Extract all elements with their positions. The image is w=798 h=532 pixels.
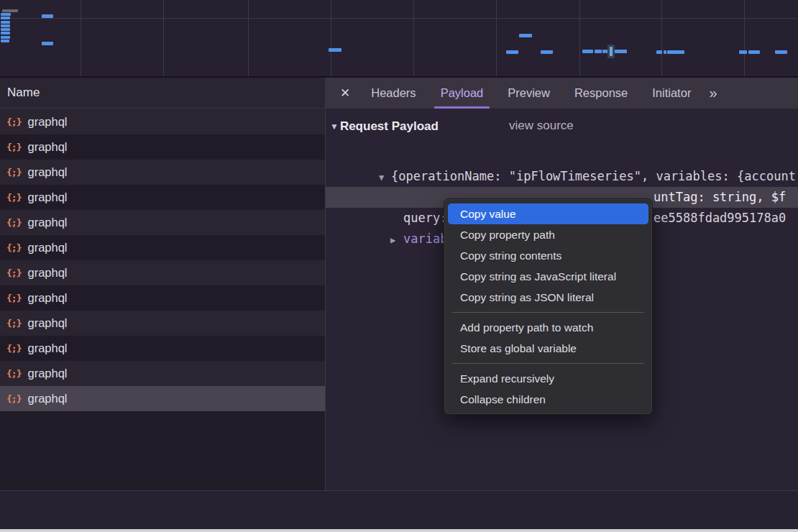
waterfall-bar (1, 32, 10, 35)
request-name: graphql (27, 341, 67, 355)
waterfall-bar (595, 50, 602, 53)
detail-tabbar: ✕ HeadersPayloadPreviewResponseInitiator… (326, 78, 798, 109)
request-row[interactable]: {;}graphql (0, 386, 325, 411)
request-name: graphql (27, 140, 67, 154)
selected-request-marker-line (610, 47, 613, 56)
request-row[interactable]: {;}graphql (0, 361, 325, 386)
menu-item-copy-property-path[interactable]: Copy property path (448, 224, 648, 245)
json-braces-icon: {;} (6, 318, 21, 329)
json-braces-icon: {;} (6, 343, 21, 354)
payload-preview-row[interactable]: ▼{operationName: "ipFlowTimeseries", var… (326, 145, 798, 166)
menu-item-collapse-children[interactable]: Collapse children (448, 389, 648, 410)
json-braces-icon: {;} (6, 142, 21, 152)
request-row[interactable]: {;}graphql (0, 134, 325, 160)
property-value-right: untTag: string, $f (653, 187, 786, 208)
grid-line (496, 0, 497, 76)
request-row[interactable]: {;}graphql (0, 260, 325, 285)
waterfall-bar (1, 21, 10, 24)
request-row[interactable]: {;}graphql (0, 336, 325, 361)
grid-line (413, 0, 414, 76)
waterfall-bar (615, 50, 627, 53)
request-name: graphql (27, 291, 67, 305)
column-header-name[interactable]: Name (0, 78, 325, 109)
operation-name-row[interactable]: operationName: "ipFlowTimeseries" (326, 166, 798, 187)
waterfall-bar (519, 34, 532, 37)
tab-preview[interactable]: Preview (495, 78, 562, 109)
waterfall-bar (1, 28, 10, 31)
close-icon[interactable]: ✕ (340, 86, 350, 101)
request-row[interactable]: {;}graphql (0, 285, 325, 311)
request-name: graphql (27, 367, 67, 380)
waterfall-bar (1, 17, 10, 19)
json-braces-icon: {;} (6, 192, 21, 203)
column-header-name-label: Name (7, 86, 40, 100)
waterfall-bar (2, 9, 18, 12)
window-bottom-edge (0, 529, 798, 532)
grid-line (744, 0, 745, 76)
waterfall-bar (1, 40, 9, 42)
menu-separator (452, 312, 644, 313)
request-row[interactable]: {;}graphql (0, 185, 325, 210)
request-name: graphql (27, 216, 67, 229)
tab-payload[interactable]: Payload (428, 78, 496, 109)
json-braces-icon: {;} (6, 293, 21, 303)
request-name: graphql (27, 115, 67, 129)
triangle-right-icon[interactable]: ▶ (390, 230, 403, 251)
menu-item-copy-string-as-json-literal[interactable]: Copy string as JSON literal (448, 287, 648, 308)
tab-response[interactable]: Response (562, 78, 640, 109)
waterfall-bar (748, 50, 760, 54)
menu-separator (452, 363, 644, 364)
request-name: graphql (27, 316, 67, 330)
waterfall-bar (1, 24, 10, 27)
menu-item-store-as-global-variable[interactable]: Store as global variable (448, 338, 648, 359)
property-value-right: ee5588fdad995178a0 (653, 208, 786, 229)
request-row[interactable]: {;}graphql (0, 311, 325, 336)
waterfall-bar (541, 50, 553, 54)
json-braces-icon: {;} (6, 242, 21, 253)
summary-bar (0, 490, 798, 529)
section-title: Request Payload (340, 119, 439, 134)
tab-strip: HeadersPayloadPreviewResponseInitiator (359, 78, 703, 109)
request-row[interactable]: {;}graphql (0, 235, 325, 260)
request-row[interactable]: {;}graphql (0, 160, 325, 185)
waterfall-bar (582, 50, 593, 53)
tab-headers[interactable]: Headers (359, 78, 428, 109)
request-row[interactable]: {;}graphql (0, 210, 325, 235)
request-list: {;}graphql{;}graphql{;}graphql{;}graphql… (0, 109, 325, 411)
request-name: graphql (27, 165, 67, 179)
request-name: graphql (27, 392, 67, 405)
json-braces-icon: {;} (6, 393, 21, 404)
grid-line (579, 0, 580, 76)
menu-item-copy-string-as-javascript-literal[interactable]: Copy string as JavaScript literal (448, 266, 648, 287)
request-name: graphql (27, 241, 67, 254)
view-source-link[interactable]: view source (509, 119, 574, 133)
waterfall-bar (1, 13, 11, 16)
json-braces-icon: {;} (6, 217, 21, 228)
grid-line (163, 0, 164, 76)
json-braces-icon: {;} (6, 267, 21, 278)
menu-item-add-property-path-to-watch[interactable]: Add property path to watch (448, 317, 648, 338)
json-braces-icon: {;} (6, 167, 21, 178)
more-tabs-icon[interactable]: » (709, 85, 717, 101)
waterfall-bar (506, 50, 518, 54)
menu-item-copy-string-contents[interactable]: Copy string contents (448, 245, 648, 266)
request-payload-section[interactable]: ▼ Request Payload (330, 117, 439, 136)
grid-line (331, 0, 331, 76)
menu-item-expand-recursively[interactable]: Expand recursively (448, 368, 648, 389)
waterfall-bar (42, 42, 53, 45)
triangle-down-icon[interactable]: ▼ (330, 121, 339, 132)
waterfall-bar (329, 48, 341, 52)
grid-line (661, 0, 662, 76)
json-braces-icon: {;} (6, 368, 21, 379)
menu-item-copy-value[interactable]: Copy value (448, 203, 648, 224)
request-name: graphql (27, 191, 67, 204)
waterfall-bar (42, 14, 53, 18)
waterfall-bar (667, 50, 684, 54)
tab-initiator[interactable]: Initiator (640, 78, 703, 109)
devtools-network-panel: Name {;}graphql{;}graphql{;}graphql{;}gr… (0, 0, 798, 532)
request-row[interactable]: {;}graphql (0, 109, 325, 134)
network-overview-timeline[interactable] (0, 0, 798, 78)
grid-line (81, 0, 81, 76)
context-menu: Copy valueCopy property pathCopy string … (444, 198, 653, 415)
waterfall-bar (664, 50, 666, 54)
